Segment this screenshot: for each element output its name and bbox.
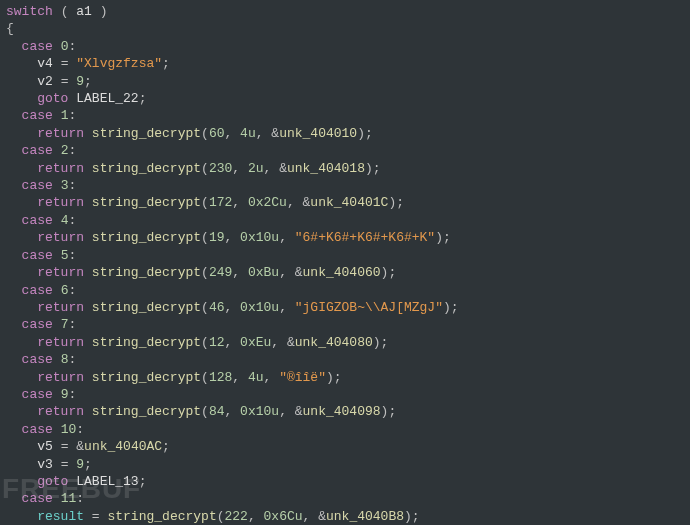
keyword-switch: switch (6, 4, 53, 19)
code-area: switch ( a1 ) { case 0: v4 = "Xlvgzfzsa"… (0, 0, 690, 525)
fn-call: string_decrypt (92, 126, 201, 141)
string-literal: "®îîë" (279, 370, 326, 385)
result-var: result (37, 509, 84, 524)
watermark: FREEBUF (0, 480, 141, 497)
case-label: case (22, 39, 53, 54)
string-literal: "6#+K6#+K6#+K6#+K" (295, 230, 435, 245)
string-literal: "jGIGZOB~\\AJ[MZgJ" (295, 300, 443, 315)
switch-arg: a1 (76, 4, 92, 19)
string-literal: "Xlvgzfzsa" (76, 56, 162, 71)
